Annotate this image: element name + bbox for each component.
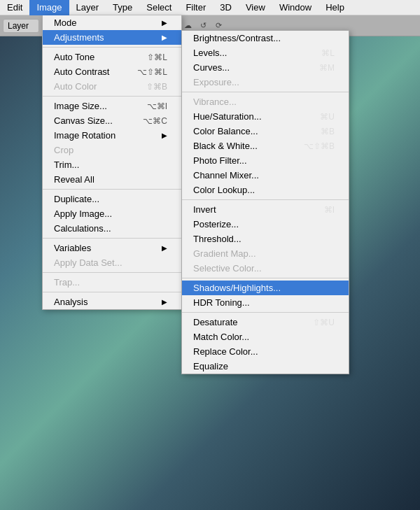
adjustments-submenu: Brightness/Contrast... Levels... ⌘L Curv… <box>181 30 349 374</box>
img-sep-2 <box>43 96 181 97</box>
adj-curves[interactable]: Curves... ⌘M <box>182 60 349 75</box>
menu-item-trim[interactable]: Trim... <box>43 157 181 172</box>
adj-invert[interactable]: Invert ⌘I <box>182 202 349 217</box>
menu-item-auto-contrast[interactable]: Auto Contrast ⌥⇧⌘L <box>43 64 181 79</box>
menubar: Edit Image Layer Type Select Filter 3D V… <box>0 0 420 15</box>
menu-item-trap: Trap... <box>43 275 181 290</box>
menu-item-duplicate[interactable]: Duplicate... <box>43 192 181 206</box>
menubar-type[interactable]: Type <box>106 0 139 15</box>
adj-shadows-highlights[interactable]: Shadows/Highlights... <box>182 281 349 295</box>
menu-item-adjustments[interactable]: Adjustments ▶ Brightness/Contrast... Lev… <box>43 30 181 45</box>
adj-gradient-map: Gradient Map... <box>182 246 349 261</box>
img-sep-6 <box>43 292 181 292</box>
adj-black-white[interactable]: Black & White... ⌥⇧⌘B <box>182 139 349 153</box>
adj-color-balance[interactable]: Color Balance... ⌘B <box>182 124 349 139</box>
menu-item-crop: Crop <box>43 143 181 157</box>
menu-item-analysis[interactable]: Analysis ▶ <box>43 295 181 309</box>
adj-selective-color: Selective Color... <box>182 261 349 276</box>
adj-match-color[interactable]: Match Color... <box>182 330 349 344</box>
menu-item-auto-color: Auto Color ⇧⌘B <box>43 79 181 94</box>
adj-channel-mixer[interactable]: Channel Mixer... <box>182 168 349 183</box>
menu-item-reveal-all[interactable]: Reveal All <box>43 172 181 187</box>
menubar-layer[interactable]: Layer <box>69 0 106 15</box>
adj-equalize[interactable]: Equalize <box>182 359 349 374</box>
adj-levels[interactable]: Levels... ⌘L <box>182 45 349 60</box>
adj-sep-4 <box>182 312 349 313</box>
adj-sep-3 <box>182 278 349 278</box>
menubar-image[interactable]: Image <box>29 0 69 15</box>
img-sep-3 <box>43 189 181 190</box>
menu-item-canvas-size[interactable]: Canvas Size... ⌥⌘C <box>43 113 181 128</box>
adj-sep-2 <box>182 199 349 200</box>
adj-threshold[interactable]: Threshold... <box>182 232 349 246</box>
layer-select[interactable]: Layer <box>3 19 39 33</box>
img-sep-4 <box>43 238 181 239</box>
adj-replace-color[interactable]: Replace Color... <box>182 344 349 359</box>
adj-hue-sat[interactable]: Hue/Saturation... ⌘U <box>182 109 349 124</box>
img-sep-5 <box>43 272 181 273</box>
adj-hdr-toning[interactable]: HDR Toning... <box>182 295 349 310</box>
menu-item-image-rotation[interactable]: Image Rotation ▶ <box>43 128 181 143</box>
menubar-3d[interactable]: 3D <box>213 0 239 15</box>
menu-item-variables[interactable]: Variables ▶ <box>43 241 181 255</box>
menu-item-apply-data-set: Apply Data Set... <box>43 255 181 270</box>
adj-color-lookup[interactable]: Color Lookup... <box>182 183 349 197</box>
adj-brightness[interactable]: Brightness/Contrast... <box>182 31 349 45</box>
adj-vibrance: Vibrance... <box>182 94 349 109</box>
menubar-window[interactable]: Window <box>272 0 318 15</box>
adj-desaturate[interactable]: Desaturate ⇧⌘U <box>182 315 349 330</box>
menu-item-calculations[interactable]: Calculations... <box>43 221 181 236</box>
adj-photo-filter[interactable]: Photo Filter... <box>182 153 349 168</box>
menubar-filter[interactable]: Filter <box>178 0 213 15</box>
menu-item-auto-tone[interactable]: Auto Tone ⇧⌘L <box>43 50 181 64</box>
image-menu-panel: Mode ▶ Adjustments ▶ Brightness/Contrast… <box>42 15 182 310</box>
menu-item-image-size[interactable]: Image Size... ⌥⌘I <box>43 99 181 113</box>
menubar-select[interactable]: Select <box>139 0 178 15</box>
menu-item-apply-image[interactable]: Apply Image... <box>43 206 181 221</box>
menubar-view[interactable]: View <box>239 0 272 15</box>
menu-item-mode[interactable]: Mode ▶ <box>43 15 181 30</box>
adj-posterize[interactable]: Posterize... <box>182 217 349 232</box>
adj-sep-1 <box>182 92 349 92</box>
menubar-help[interactable]: Help <box>318 0 351 15</box>
img-sep-1 <box>43 47 181 48</box>
adj-exposure: Exposure... <box>182 75 349 90</box>
image-menu-dropdown: Mode ▶ Adjustments ▶ Brightness/Contrast… <box>42 15 182 310</box>
menubar-edit[interactable]: Edit <box>0 0 29 15</box>
